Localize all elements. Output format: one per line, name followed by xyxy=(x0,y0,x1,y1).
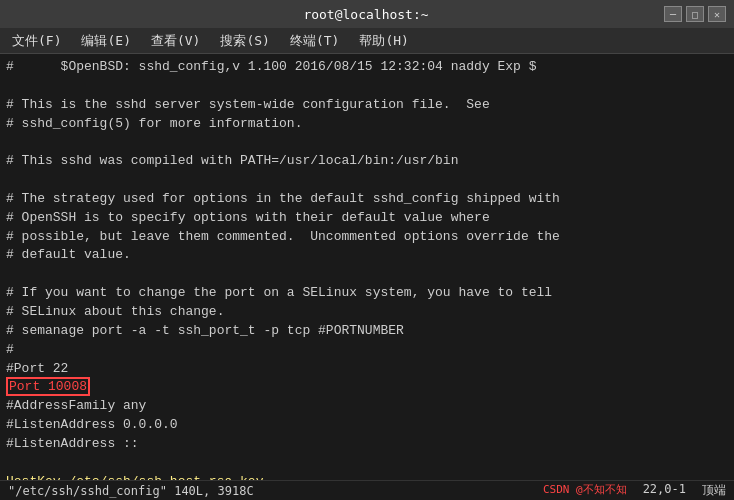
line-4: # sshd_config(5) for more information. xyxy=(6,115,728,134)
status-bar: "/etc/ssh/sshd_config" 140L, 3918C CSDN … xyxy=(0,480,734,500)
status-right-section: CSDN @不知不知 22,0-1 顶端 xyxy=(543,482,726,499)
line-13: # If you want to change the port on a SE… xyxy=(6,284,728,303)
menu-terminal[interactable]: 终端(T) xyxy=(282,30,347,52)
line-6: # This sshd was compiled with PATH=/usr/… xyxy=(6,152,728,171)
line-addressfamily: #AddressFamily any xyxy=(6,397,728,416)
menu-edit[interactable]: 编辑(E) xyxy=(73,30,138,52)
file-info: "/etc/ssh/sshd_config" 140L, 3918C xyxy=(8,484,254,498)
line-blank-1 xyxy=(6,77,728,96)
line-10: # possible, but leave them commented. Un… xyxy=(6,228,728,247)
line-listenaddr1: #ListenAddress 0.0.0.0 xyxy=(6,416,728,435)
minimize-button[interactable]: ─ xyxy=(664,6,682,22)
terminal-window: root@localhost:~ ─ □ ✕ 文件(F) 编辑(E) 查看(V)… xyxy=(0,0,734,500)
line-11: # default value. xyxy=(6,246,728,265)
maximize-button[interactable]: □ xyxy=(686,6,704,22)
port-value: Port 10008 xyxy=(6,377,90,396)
cursor-position: 22,0-1 xyxy=(643,482,686,499)
line-port10008: Port 10008 xyxy=(6,378,728,397)
line-1: # $OpenBSD: sshd_config,v 1.100 2016/08/… xyxy=(6,58,728,77)
line-blank-2 xyxy=(6,133,728,152)
menu-file[interactable]: 文件(F) xyxy=(4,30,69,52)
line-3: # This is the sshd server system-wide co… xyxy=(6,96,728,115)
line-listenaddr2: #ListenAddress :: xyxy=(6,435,728,454)
menu-help[interactable]: 帮助(H) xyxy=(351,30,416,52)
menu-view[interactable]: 查看(V) xyxy=(143,30,208,52)
watermark: CSDN @不知不知 xyxy=(543,482,627,499)
line-16: # xyxy=(6,341,728,360)
line-15: # semanage port -a -t ssh_port_t -p tcp … xyxy=(6,322,728,341)
menu-bar: 文件(F) 编辑(E) 查看(V) 搜索(S) 终端(T) 帮助(H) xyxy=(0,28,734,54)
terminal-content[interactable]: # $OpenBSD: sshd_config,v 1.100 2016/08/… xyxy=(0,54,734,480)
window-controls: ─ □ ✕ xyxy=(664,6,726,22)
line-blank-4 xyxy=(6,265,728,284)
line-port22: #Port 22 xyxy=(6,360,728,379)
window-title: root@localhost:~ xyxy=(68,7,664,22)
line-blank-5 xyxy=(6,454,728,473)
title-bar: root@localhost:~ ─ □ ✕ xyxy=(0,0,734,28)
line-9: # OpenSSH is to specify options with the… xyxy=(6,209,728,228)
line-14: # SELinux about this change. xyxy=(6,303,728,322)
line-8: # The strategy used for options in the d… xyxy=(6,190,728,209)
scroll-position: 顶端 xyxy=(702,482,726,499)
menu-search[interactable]: 搜索(S) xyxy=(212,30,277,52)
line-hostkey: HostKey /etc/ssh/ssh_host_rsa_key xyxy=(6,473,728,480)
close-button[interactable]: ✕ xyxy=(708,6,726,22)
line-blank-3 xyxy=(6,171,728,190)
